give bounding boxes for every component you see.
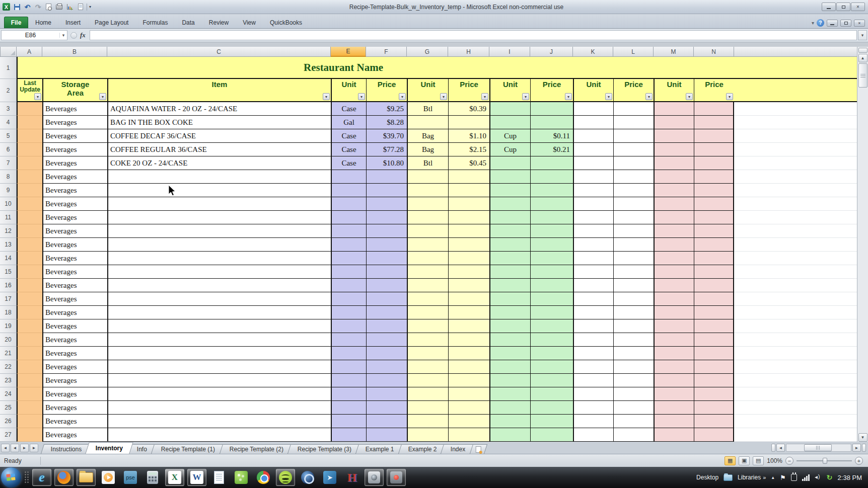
cell-F6[interactable]: $77.28 (366, 143, 407, 156)
header-last-update-filter-icon[interactable]: ▾ (34, 93, 41, 100)
cell-L19[interactable] (613, 319, 654, 333)
cell-K6[interactable] (573, 143, 613, 156)
row-header-9[interactable]: 9 (0, 184, 17, 197)
cell-I11[interactable] (489, 211, 530, 224)
cell-M9[interactable] (654, 184, 694, 197)
cell-B3[interactable]: Beverages (42, 102, 107, 116)
cell-G24[interactable] (407, 387, 448, 401)
header-price-H[interactable]: Price▾ (448, 79, 489, 102)
cell-C17[interactable] (107, 292, 331, 306)
cell-E22[interactable] (331, 360, 366, 374)
cell-A13[interactable] (17, 238, 42, 252)
cell-N6[interactable] (694, 143, 734, 156)
row-header-12[interactable]: 12 (0, 224, 17, 238)
workbook-close-button[interactable]: × (854, 20, 865, 27)
cell-M13[interactable] (654, 238, 694, 252)
cell-C14[interactable] (107, 252, 331, 265)
cell-N15[interactable] (694, 265, 734, 279)
cell-G27[interactable] (407, 428, 448, 442)
row-header-21[interactable]: 21 (0, 347, 17, 360)
header-storage-area[interactable]: StorageArea▾ (42, 79, 107, 102)
webcam-icon[interactable] (365, 469, 384, 486)
cell-C19[interactable] (107, 319, 331, 333)
row-header-3[interactable]: 3 (0, 102, 17, 116)
insert-worksheet-icon[interactable] (470, 444, 487, 454)
cell-H13[interactable] (448, 238, 489, 252)
cell-F15[interactable] (366, 265, 407, 279)
cell-A20[interactable] (17, 333, 42, 347)
cell-J6[interactable]: $0.21 (530, 143, 573, 156)
cell-H6[interactable]: $2.15 (448, 143, 489, 156)
cell-B8[interactable]: Beverages (42, 170, 107, 184)
cell-G26[interactable] (407, 415, 448, 428)
row-header-14[interactable]: 14 (0, 252, 17, 265)
horizontal-scroll-track[interactable] (786, 444, 851, 452)
cell-H14[interactable] (448, 252, 489, 265)
row-header-5[interactable]: 5 (0, 129, 17, 143)
cell-C12[interactable] (107, 224, 331, 238)
sync-status-icon[interactable]: ↻ (827, 473, 833, 481)
cell-F3[interactable]: $9.25 (366, 102, 407, 116)
header-unit-I[interactable]: Unit▾ (489, 79, 530, 102)
cell-A26[interactable] (17, 415, 42, 428)
cell-K13[interactable] (573, 238, 613, 252)
column-header-I[interactable]: I (489, 47, 530, 57)
cell-A5[interactable] (17, 129, 42, 143)
cell-C11[interactable] (107, 211, 331, 224)
word-icon[interactable]: W (187, 469, 206, 486)
cell-I4[interactable] (489, 116, 530, 129)
cell-E26[interactable] (331, 415, 366, 428)
column-header-N[interactable]: N (694, 47, 734, 57)
header-unit-K[interactable]: Unit▾ (573, 79, 613, 102)
cell-B23[interactable]: Beverages (42, 374, 107, 387)
cell-A25[interactable] (17, 401, 42, 415)
cell-L15[interactable] (613, 265, 654, 279)
row-header-24[interactable]: 24 (0, 387, 17, 401)
cell-B14[interactable]: Beverages (42, 252, 107, 265)
cell-K18[interactable] (573, 306, 613, 319)
cell-B9[interactable]: Beverages (42, 184, 107, 197)
power-plug-icon[interactable] (791, 474, 797, 481)
cell-H27[interactable] (448, 428, 489, 442)
network-signal-icon[interactable] (802, 474, 810, 481)
cell-M6[interactable] (654, 143, 694, 156)
libraries-folder-icon[interactable] (724, 474, 733, 481)
print-preview-icon[interactable] (44, 3, 53, 11)
cell-I24[interactable] (489, 387, 530, 401)
cell-I19[interactable] (489, 319, 530, 333)
cell-G13[interactable] (407, 238, 448, 252)
media-player-icon[interactable] (99, 469, 118, 486)
cell-C10[interactable] (107, 197, 331, 211)
cell-E13[interactable] (331, 238, 366, 252)
cell-C4[interactable]: BAG IN THE BOX COKE (107, 116, 331, 129)
cell-C27[interactable] (107, 428, 331, 442)
cell-M15[interactable] (654, 265, 694, 279)
zoom-out-icon[interactable]: − (785, 457, 793, 465)
cell-A21[interactable] (17, 347, 42, 360)
cell-F11[interactable] (366, 211, 407, 224)
cell-F18[interactable] (366, 306, 407, 319)
header-price-L[interactable]: Price▾ (613, 79, 654, 102)
cell-L13[interactable] (613, 238, 654, 252)
new-document-icon[interactable] (76, 3, 85, 11)
header-unit-G[interactable]: Unit▾ (407, 79, 448, 102)
cell-A24[interactable] (17, 387, 42, 401)
cell-K8[interactable] (573, 170, 613, 184)
cell-B27[interactable]: Beverages (42, 428, 107, 442)
cell-M17[interactable] (654, 292, 694, 306)
tab-view[interactable]: View (236, 17, 263, 28)
cell-J19[interactable] (530, 319, 573, 333)
row-header-20[interactable]: 20 (0, 333, 17, 347)
cell-H24[interactable] (448, 387, 489, 401)
cell-G18[interactable] (407, 306, 448, 319)
cell-C7[interactable]: COKE 20 OZ - 24/CASE (107, 156, 331, 170)
cell-M24[interactable] (654, 387, 694, 401)
cell-N20[interactable] (694, 333, 734, 347)
tab-home[interactable]: Home (28, 17, 58, 28)
horizontal-split-handle-right[interactable] (862, 444, 866, 452)
cell-J25[interactable] (530, 401, 573, 415)
cell-L22[interactable] (613, 360, 654, 374)
row-header-17[interactable]: 17 (0, 292, 17, 306)
cell-M18[interactable] (654, 306, 694, 319)
cell-E11[interactable] (331, 211, 366, 224)
